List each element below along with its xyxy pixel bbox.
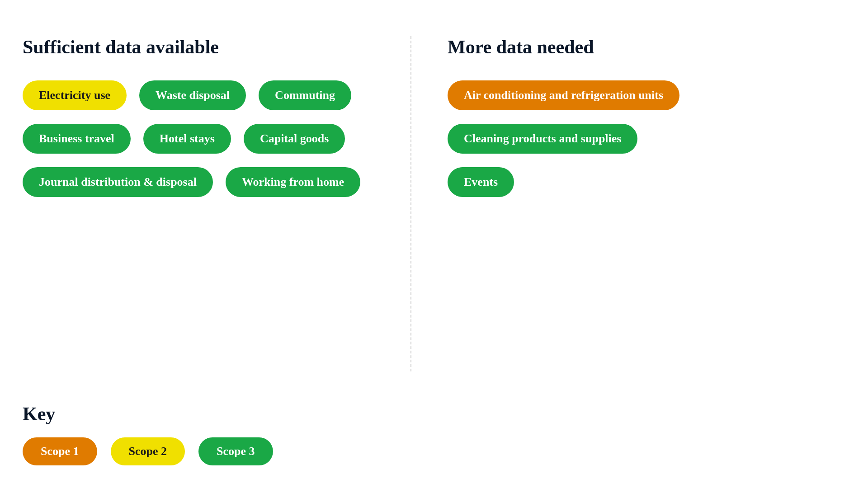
left-badge-0-1: Waste disposal <box>139 80 246 110</box>
right-badges-grid: Air conditioning and refrigeration units… <box>448 80 845 197</box>
left-badge-1-0: Business travel <box>23 124 131 154</box>
key-title: Key <box>23 403 845 425</box>
left-row-1: Business travelHotel staysCapital goods <box>23 124 393 154</box>
right-panel: More data needed Air conditioning and re… <box>411 36 845 371</box>
left-badge-2-1: Working from home <box>226 167 360 197</box>
right-badge-2-0: Events <box>448 167 514 197</box>
key-item-1: Scope 2 <box>111 437 185 465</box>
main-content: Sufficient data available Electricity us… <box>0 0 868 389</box>
right-badge-1-0: Cleaning products and supplies <box>448 124 637 154</box>
key-item-2: Scope 3 <box>198 437 273 465</box>
left-row-2: Journal distribution & disposalWorking f… <box>23 167 393 197</box>
left-panel: Sufficient data available Electricity us… <box>23 36 411 371</box>
divider <box>410 36 411 371</box>
left-row-0: Electricity useWaste disposalCommuting <box>23 80 393 110</box>
left-badges-grid: Electricity useWaste disposalCommutingBu… <box>23 80 393 197</box>
right-row-2: Events <box>448 167 845 197</box>
left-badge-1-1: Hotel stays <box>143 124 231 154</box>
right-badge-0-0: Air conditioning and refrigeration units <box>448 80 679 110</box>
key-section: Key Scope 1Scope 2Scope 3 <box>0 389 868 488</box>
left-title: Sufficient data available <box>23 36 393 58</box>
right-row-1: Cleaning products and supplies <box>448 124 845 154</box>
key-item-0: Scope 1 <box>23 437 97 465</box>
right-row-0: Air conditioning and refrigeration units <box>448 80 845 110</box>
key-items: Scope 1Scope 2Scope 3 <box>23 437 845 465</box>
left-badge-0-0: Electricity use <box>23 80 127 110</box>
right-title: More data needed <box>448 36 845 58</box>
left-badge-0-2: Commuting <box>259 80 351 110</box>
left-badge-1-2: Capital goods <box>244 124 345 154</box>
left-badge-2-0: Journal distribution & disposal <box>23 167 213 197</box>
